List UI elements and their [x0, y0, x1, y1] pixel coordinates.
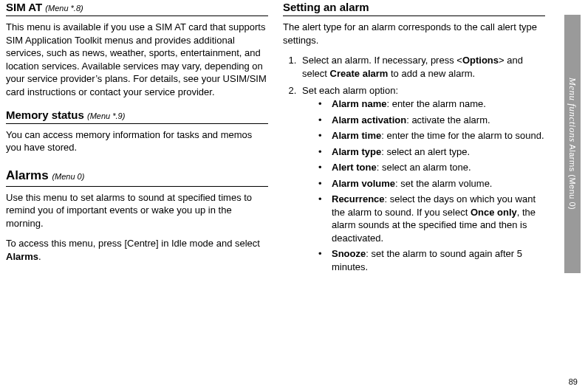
option-name: Alarm activation	[332, 114, 406, 125]
option-item: Alarm time: enter the time for the alarm…	[318, 129, 545, 142]
option-item: Alarm activation: activate the alarm.	[318, 114, 545, 127]
heading-setting-alarm: Setting an alarm	[283, 0, 545, 16]
body-text: Use this menu to set alarms to sound at …	[6, 191, 268, 230]
body-text: To access this menu, press [Centre] in I…	[6, 237, 268, 263]
option-name: Alarm name	[332, 98, 386, 109]
heading-sim-at: SIM AT (Menu *.8)	[6, 0, 268, 16]
left-column: SIM AT (Menu *.8) This menu is available…	[6, 0, 276, 278]
option-item: Snooze: set the alarm to sound again aft…	[318, 247, 545, 273]
side-tab: Menu functions Alarms (Menu 0)	[564, 15, 581, 273]
title: Alarms	[6, 168, 49, 182]
body-text: You can access memory information for ta…	[6, 128, 268, 154]
menu-ref: (Menu *.9)	[87, 111, 125, 120]
heading-alarms: Alarms (Menu 0)	[6, 168, 268, 187]
menu-ref: (Menu *.8)	[45, 4, 83, 13]
option-desc: : enter the alarm name.	[386, 98, 485, 109]
body-text: The alert type for an alarm corresponds …	[283, 21, 545, 47]
options-list: Alarm name: enter the alarm name.Alarm a…	[302, 97, 545, 274]
step-item: Set each alarm option: Alarm name: enter…	[299, 84, 545, 273]
option-name: Alarm type	[332, 146, 381, 157]
option-name: Alarm time	[332, 130, 381, 141]
body-text: This menu is available if you use a SIM …	[6, 21, 268, 98]
side-tab-text: Menu functions Alarms (Menu 0)	[566, 78, 579, 210]
option-item: Alarm volume: set the alarm volume.	[318, 177, 545, 190]
option-desc: : set the alarm volume.	[395, 178, 493, 189]
option-desc: : enter the time for the alarm to sound.	[381, 130, 544, 141]
option-name: Alert tone	[332, 162, 377, 173]
option-item: Alert tone: select an alarm tone.	[318, 161, 545, 174]
option-desc: : activate the alarm.	[406, 114, 490, 125]
menu-ref: (Menu 0)	[52, 172, 84, 181]
option-item: Alarm name: enter the alarm name.	[318, 97, 545, 111]
page-number: 89	[569, 376, 578, 388]
heading-memory-status: Memory status (Menu *.9)	[6, 108, 268, 124]
option-desc: : select an alarm tone.	[377, 162, 471, 173]
title: Setting an alarm	[283, 1, 369, 13]
option-item: Recurrence: select the days on which you…	[318, 193, 545, 244]
option-item: Alarm type: select an alert type.	[318, 145, 545, 159]
right-column: Setting an alarm The alert type for an a…	[283, 0, 552, 278]
option-desc: : select an alert type.	[381, 146, 470, 157]
option-name: Alarm volume	[332, 178, 395, 189]
title: SIM AT	[6, 1, 42, 13]
option-name: Recurrence	[332, 193, 385, 204]
option-name: Snooze	[332, 248, 366, 259]
step-item: Select an alarm. If necessary, press <Op…	[299, 54, 545, 80]
title: Memory status	[6, 109, 84, 121]
steps-list: Select an alarm. If necessary, press <Op…	[283, 54, 545, 273]
